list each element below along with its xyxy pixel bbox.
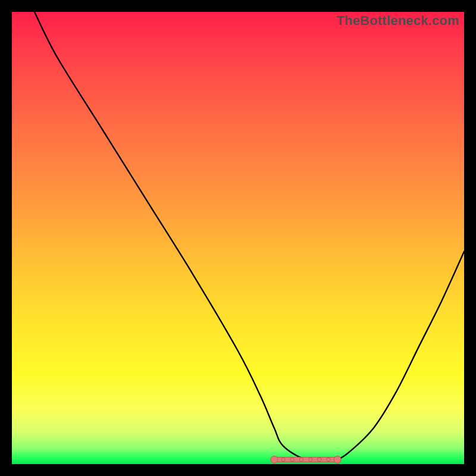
optimal-marker [327, 458, 330, 461]
optimal-marker [281, 458, 285, 461]
optimal-marker [290, 458, 294, 461]
optimal-marker [318, 458, 321, 461]
optimal-marker [271, 456, 278, 463]
chart-frame: TheBottleneck.com [12, 12, 464, 464]
watermark-label: TheBottleneck.com [337, 13, 459, 29]
optimal-markers [12, 12, 464, 464]
optimal-marker [299, 458, 303, 461]
optimal-marker [334, 456, 341, 463]
optimal-marker [308, 458, 312, 461]
